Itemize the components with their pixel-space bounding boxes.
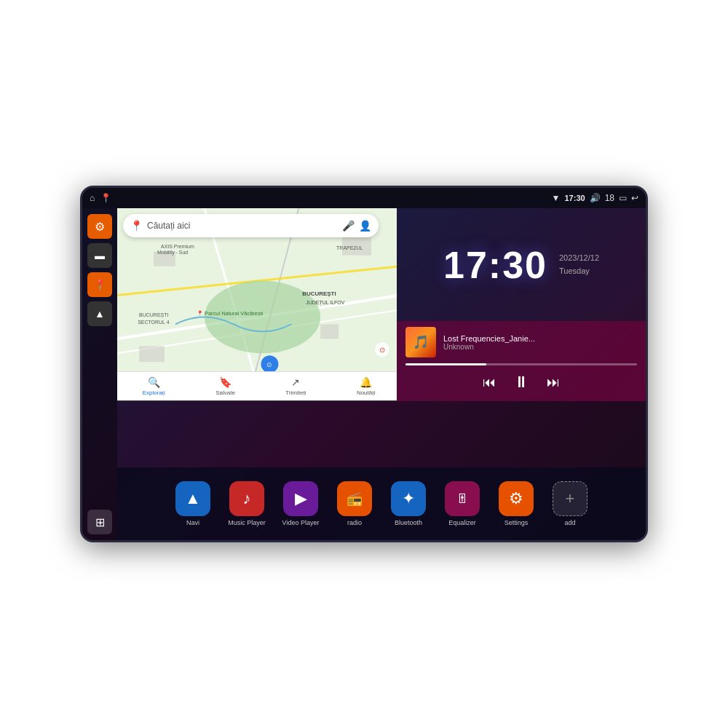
music-controls: ⏮ ⏸ ⏭ (405, 373, 637, 392)
explore-label: Explorați (143, 389, 165, 396)
news-label: Noutăți (357, 389, 375, 396)
grid-icon: ⊞ (95, 515, 105, 529)
radio-icon: 📻 (337, 481, 372, 516)
map-search-bar[interactable]: 📍 Căutați aici 🎤 👤 (123, 214, 379, 237)
news-icon: 🔔 (360, 376, 372, 388)
svg-rect-9 (320, 324, 339, 339)
clock-display: 17:30 (443, 243, 547, 287)
bluetooth-label: Bluetooth (395, 519, 422, 526)
app-equalizer[interactable]: 🎚 Equalizer (440, 481, 485, 526)
app-music[interactable]: ♪ Music Player (224, 481, 269, 526)
svg-text:BUCUREȘTI: BUCUREȘTI (139, 312, 168, 318)
svg-text:TRAPEZUL: TRAPEZUL (336, 245, 363, 250)
music-title: Lost Frequencies_Janie... (443, 334, 637, 343)
music-label: Music Player (228, 519, 266, 526)
navi-icon: ▲ (175, 481, 210, 516)
back-icon[interactable]: ↩ (631, 193, 638, 203)
app-navi[interactable]: ▲ Navi (170, 481, 215, 526)
svg-text:AXIS Premium: AXIS Premium (161, 244, 194, 249)
status-right: ▼ 17:30 🔊 18 ▭ ↩ (552, 193, 638, 203)
map-nav-explore[interactable]: 🔍 Explorați (143, 376, 165, 396)
volume-icon: 🔊 (590, 193, 601, 203)
sidebar-nav-btn[interactable]: ▲ (87, 301, 112, 326)
sidebar-grid-btn[interactable]: ⊞ (87, 510, 112, 534)
saved-icon: 🔖 (219, 376, 232, 388)
car-head-unit: ⌂ 📍 ▼ 17:30 🔊 18 ▭ ↩ ⚙ ▬ (80, 186, 648, 542)
folder-icon: ▬ (95, 250, 105, 261)
status-left: ⌂ 📍 (90, 193, 111, 203)
app-grid: ▲ Navi ♪ Music Player ▶ Video Player (170, 481, 593, 526)
clock-section: 17:30 2023/12/12 Tuesday (397, 208, 646, 321)
map-nav-saved[interactable]: 🔖 Salvate (215, 376, 235, 396)
settings-icon: ⚙ (95, 220, 105, 234)
equalizer-label: Equalizer (448, 519, 476, 526)
svg-text:⊙: ⊙ (379, 346, 385, 354)
app-add[interactable]: + add (547, 481, 593, 526)
video-label: Video Player (282, 519, 320, 526)
send-label: Trimiteți (285, 389, 306, 396)
google-maps-pin-icon: 📍 (130, 220, 143, 232)
map-nav-send[interactable]: ↗ Trimiteți (285, 376, 306, 396)
prev-button[interactable]: ⏮ (483, 375, 496, 390)
progress-fill (405, 363, 486, 365)
navi-label: Navi (186, 519, 199, 526)
day-text: Tuesday (559, 265, 599, 278)
svg-text:Mobility - Sud: Mobility - Sud (157, 250, 188, 256)
navigation-icon: ▲ (95, 308, 105, 320)
app-radio[interactable]: 📻 radio (332, 481, 377, 526)
clock-date: 2023/12/12 Tuesday (559, 252, 599, 277)
map-pin-icon: 📍 (94, 279, 106, 290)
battery-level: 18 (605, 193, 614, 203)
equalizer-icon: 🎚 (445, 481, 480, 516)
pause-button[interactable]: ⏸ (513, 373, 529, 392)
sidebar-settings-btn[interactable]: ⚙ (87, 214, 112, 239)
right-panel: 17:30 2023/12/12 Tuesday 🎵 Lost Frequenc… (397, 208, 646, 401)
sidebar-folder-btn[interactable]: ▬ (87, 243, 112, 268)
map-container[interactable]: AXIS Premium Mobility - Sud Pizza & Bake… (117, 208, 401, 401)
settings-label: Settings (505, 519, 529, 526)
status-time: 17:30 (565, 194, 585, 202)
sidebar-map-btn[interactable]: 📍 (87, 272, 112, 297)
wifi-icon: ▼ (552, 193, 561, 203)
svg-text:JUDEȚUL ILFOV: JUDEȚUL ILFOV (306, 300, 345, 306)
settings-app-icon: ⚙ (499, 481, 534, 516)
next-button[interactable]: ⏭ (547, 375, 560, 390)
home-icon[interactable]: ⌂ (90, 193, 95, 203)
svg-rect-10 (139, 346, 165, 362)
app-settings[interactable]: ⚙ Settings (494, 481, 539, 526)
svg-text:SECTORUL 4: SECTORUL 4 (138, 320, 169, 325)
saved-label: Salvate (215, 389, 235, 396)
sidebar: ⚙ ▬ 📍 ▲ ⊞ (82, 208, 117, 540)
date-text: 2023/12/12 (559, 252, 599, 265)
video-icon: ▶ (283, 481, 318, 516)
account-icon[interactable]: 👤 (359, 220, 371, 232)
album-art: 🎵 (405, 327, 436, 357)
mic-icon[interactable]: 🎤 (342, 220, 355, 232)
music-section: 🎵 Lost Frequencies_Janie... Unknown ⏮ ⏸ … (397, 321, 646, 401)
radio-label: radio (347, 519, 362, 526)
map-nav-news[interactable]: 🔔 Noutăți (357, 376, 375, 396)
app-video[interactable]: ▶ Video Player (278, 481, 323, 526)
bluetooth-icon: ✦ (391, 481, 426, 516)
music-icon: ♪ (229, 481, 264, 516)
app-grid-container: ▲ Navi ♪ Music Player ▶ Video Player (117, 467, 646, 540)
battery-icon: ▭ (619, 193, 627, 203)
explore-icon: 🔍 (148, 376, 160, 388)
svg-text:📍 Parcul Natural Văcărești: 📍 Parcul Natural Văcărești (197, 310, 264, 317)
progress-bar[interactable] (405, 363, 637, 365)
music-artist: Unknown (443, 343, 637, 351)
search-text: Căutați aici (147, 221, 338, 231)
music-info: 🎵 Lost Frequencies_Janie... Unknown (405, 327, 637, 357)
main-area: ⚙ ▬ 📍 ▲ ⊞ (82, 208, 646, 540)
app-bluetooth[interactable]: ✦ Bluetooth (386, 481, 431, 526)
add-label: add (564, 519, 575, 526)
send-icon: ↗ (291, 376, 300, 388)
maps-icon[interactable]: 📍 (100, 193, 111, 203)
map-bottom-bar: 🔍 Explorați 🔖 Salvate ↗ Trimiteți 🔔 Nout… (117, 371, 400, 400)
add-icon: + (553, 481, 587, 516)
svg-text:⊙: ⊙ (266, 361, 272, 368)
status-bar: ⌂ 📍 ▼ 17:30 🔊 18 ▭ ↩ (82, 188, 646, 208)
svg-text:BUCUREȘTI: BUCUREȘTI (302, 290, 336, 297)
music-details: Lost Frequencies_Janie... Unknown (443, 334, 637, 351)
